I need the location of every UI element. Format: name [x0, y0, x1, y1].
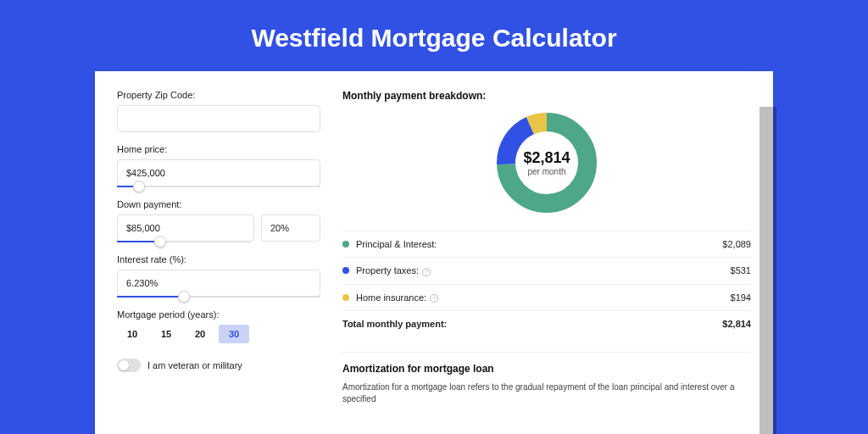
price-label: Home price:	[117, 144, 320, 154]
inputs-column: Property Zip Code: Home price: Down paym…	[117, 90, 320, 426]
rate-slider-thumb[interactable]	[178, 291, 190, 303]
rate-group: Interest rate (%):	[117, 254, 320, 298]
period-20-button[interactable]: 20	[185, 325, 215, 343]
breakdown-title: Monthly payment breakdown:	[342, 90, 751, 102]
breakdown-row-principal: Principal & Interest: $2,089	[342, 231, 751, 258]
price-slider-fill	[117, 186, 133, 187]
breakdown-name: Property taxes:?	[356, 265, 731, 276]
period-15-button[interactable]: 15	[151, 325, 181, 343]
breakdown-name: Home insurance:?	[356, 292, 731, 303]
info-icon[interactable]: ?	[422, 268, 431, 276]
payment-donut-chart: $2,814 per month	[494, 110, 599, 215]
period-label: Mortgage period (years):	[117, 309, 320, 320]
breakdown-row-total: Total monthly payment: $2,814	[342, 311, 751, 337]
rate-slider-fill	[117, 296, 178, 298]
zip-input[interactable]	[117, 105, 320, 132]
period-30-button[interactable]: 30	[219, 325, 249, 343]
legend-dot-yellow	[342, 294, 349, 301]
veteran-row: I am veteran or military	[117, 359, 320, 372]
breakdown-row-insurance: Home insurance:? $194	[342, 285, 751, 312]
donut-container: $2,814 per month	[342, 110, 751, 215]
breakdown-value: $194	[731, 292, 751, 303]
veteran-label: I am veteran or military	[147, 360, 242, 370]
down-label: Down payment:	[117, 199, 320, 209]
card-shadow	[760, 107, 776, 434]
zip-group: Property Zip Code:	[117, 90, 320, 132]
donut-center: $2,814 per month	[494, 110, 599, 215]
veteran-toggle[interactable]	[117, 359, 141, 372]
breakdown-name: Principal & Interest:	[356, 239, 722, 249]
down-pct-input[interactable]	[261, 214, 320, 242]
down-slider[interactable]	[117, 241, 251, 242]
breakdown-total-name: Total monthly payment:	[342, 319, 722, 329]
rate-input[interactable]	[117, 270, 320, 297]
down-slider-fill	[117, 241, 154, 242]
info-icon[interactable]: ?	[430, 294, 438, 303]
donut-amount: $2,814	[523, 149, 570, 167]
breakdown-row-taxes: Property taxes:? $531	[342, 258, 751, 285]
zip-label: Property Zip Code:	[117, 90, 320, 100]
period-options: 10 15 20 30	[117, 325, 320, 343]
price-input[interactable]	[117, 159, 320, 186]
down-group: Down payment:	[117, 199, 320, 242]
page-title: Westfield Mortgage Calculator	[0, 0, 868, 71]
amortization-title: Amortization for mortgage loan	[342, 363, 751, 375]
breakdown-value: $2,089	[722, 239, 751, 249]
breakdown-list: Principal & Interest: $2,089 Property ta…	[342, 231, 751, 337]
price-slider[interactable]	[117, 186, 320, 187]
breakdown-total-value: $2,814	[722, 319, 751, 329]
legend-dot-blue	[342, 267, 349, 274]
rate-slider[interactable]	[117, 296, 320, 298]
price-group: Home price:	[117, 144, 320, 187]
rate-label: Interest rate (%):	[117, 254, 320, 264]
donut-sub: per month	[527, 167, 565, 176]
breakdown-value: $531	[731, 265, 751, 275]
amortization-text: Amortization for a mortgage loan refers …	[342, 381, 751, 405]
period-10-button[interactable]: 10	[117, 325, 147, 343]
period-group: Mortgage period (years): 10 15 20 30	[117, 309, 320, 343]
amortization-section: Amortization for mortgage loan Amortizat…	[342, 352, 751, 405]
down-amount-input[interactable]	[117, 214, 254, 242]
calculator-card: Property Zip Code: Home price: Down paym…	[95, 71, 773, 434]
price-slider-thumb[interactable]	[133, 181, 145, 192]
down-slider-thumb[interactable]	[154, 236, 166, 248]
legend-dot-green	[342, 241, 349, 248]
results-column: Monthly payment breakdown: $2,814 per mo…	[342, 90, 751, 426]
